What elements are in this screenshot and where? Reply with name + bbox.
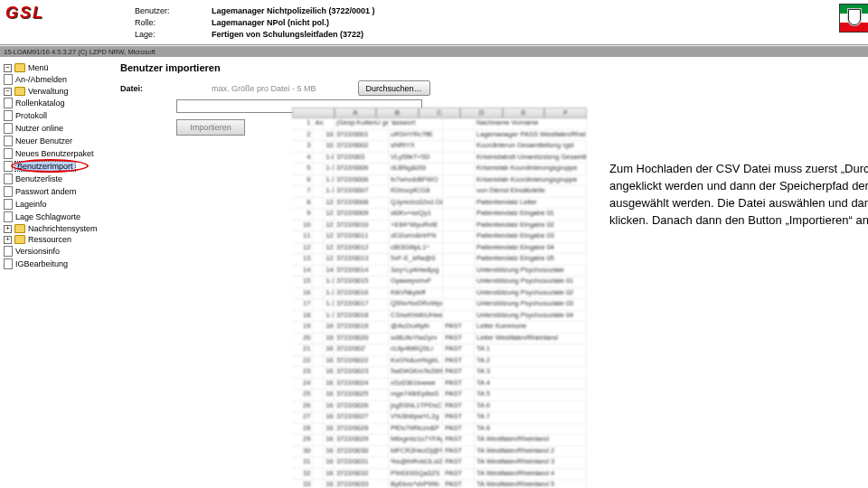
main-content: Benutzer importieren Datei: max. Größe p…	[104, 57, 868, 488]
tree-toggle-icon[interactable]: −	[4, 88, 12, 96]
nav-item-label: Lage Schlagworte	[15, 212, 80, 221]
nav-item-label: Ressourcen	[28, 235, 71, 244]
nav-item-neues-benutzerpaket[interactable]: Neues Benutzerpaket	[4, 147, 101, 160]
sheet-row: 311623722/0031%s@fnRvtdJLsIZPASTTA Westf…	[292, 457, 587, 469]
page-icon	[4, 199, 13, 210]
nav-item-neuer-benutzer[interactable]: Neuer Benutzer	[4, 135, 101, 147]
sheet-row: 131213722/00135xF-E_kRa@0Patientendatz E…	[292, 254, 587, 266]
sheet-row: 161-13722/0016KikVNkyleffUnterstützung P…	[292, 288, 587, 300]
header: GSL Benutzer: Rolle: Lage: Lagemanager N…	[0, 0, 868, 44]
sheet-row: 111213722/0011dO2orrn&HrFNPatientendatz …	[292, 231, 587, 243]
sheet-row: 301623722/0030MFCR2HezDj@%PASTTA Westfal…	[292, 446, 587, 458]
nav-item-igbearbeitung[interactable]: IGBearbeitung	[4, 258, 101, 270]
sheet-row: 171-13722/0017Q5Nv%xDRvWpcUnterstützung …	[292, 299, 587, 311]
nav-item-label: Nutzer online	[15, 124, 63, 133]
nav-item-rollenkatalog[interactable]: Rollenkatalog	[4, 97, 101, 109]
sheet-row: 291623722/0029M6rgmtz1s7YFAyPASTTA Westf…	[292, 435, 587, 446]
sheet-row: 201603722/0020sd8UllvYtw2ymPASTLeiter We…	[292, 333, 587, 345]
nav-item-label: Neuer Benutzer	[15, 136, 72, 145]
value-role: Lagemanager NPol (nicht pol.)	[212, 17, 375, 29]
nav-item-lageinfo[interactable]: Lageinfo	[4, 198, 101, 211]
label-lage: Lage:	[135, 29, 212, 41]
nav-item-label: IGBearbeitung	[15, 259, 68, 268]
nav-item-label: Passwort ändern	[15, 187, 77, 196]
nav-item-versionsinfo[interactable]: Versionsinfo	[4, 245, 101, 258]
sheet-row: 51-13722/0006dLBNg&0StKrisenstab Koordin…	[292, 164, 587, 175]
sheet-row: 31013722/0002sNRtYXKoordinierun Gesamtle…	[292, 141, 587, 153]
version-footer: 15-LOAM91/16 4.5.3.27 (C) LZPD NRW, Micr…	[0, 47, 868, 57]
nav-item-verwaltung[interactable]: −Verwaltung	[4, 86, 101, 97]
sheet-row: 241623722/0024xSz0361lvwwePASTTA 4	[292, 379, 587, 390]
browse-button[interactable]: Durchsuchen…	[358, 80, 430, 96]
folder-icon	[14, 63, 25, 72]
page-icon	[4, 246, 13, 257]
nav-item-ressourcen[interactable]: +Ressourcen	[4, 234, 101, 245]
sheet-row: 211623722/002'cUtp4M6QSLrPASTTA 1	[292, 344, 587, 356]
label-role: Rolle:	[135, 17, 212, 29]
sheet-row: 191603722/0019@Av2ru4tyihPASTLeiter Komm…	[292, 322, 587, 333]
nav-item-label: Nachrichtensystem	[28, 224, 98, 233]
nav-item-passwort-ndern[interactable]: Passwort ändern	[4, 185, 101, 198]
nav-item-label: Neues Benutzerpaket	[15, 149, 94, 158]
page-icon	[4, 211, 13, 222]
sheet-row: 1Axter(Gesp:KoilenU gern:Benutzernam'ass…	[292, 118, 587, 130]
nav-item-benutzerliste[interactable]: Benutzerliste	[4, 173, 101, 185]
nav-item-an-abmelden[interactable]: An-/Abmelden	[4, 73, 101, 86]
nav-item-label: Rollenkatalog	[15, 99, 65, 108]
app-logo: GSL	[5, 4, 49, 23]
page-icon	[4, 136, 13, 146]
nav-item-nachrichtensystem[interactable]: +Nachrichtensystem	[4, 223, 101, 234]
csv-preview-sheet: ABCDEF1Axter(Gesp:KoilenU gern:Benutzern…	[292, 108, 587, 488]
nav-item-label: Menü	[28, 63, 49, 72]
sheet-row: 81203722/0008QJymcbc02xd.GPPatientendatz…	[292, 198, 587, 210]
sheet-row: 41-03722/003VLy59kT+5DKrisenstabslt Umar…	[292, 153, 587, 164]
sheet-row: 281623722/0028PfDs7hRtczn&PPASTTA 8	[292, 424, 587, 436]
highlight-circle-icon	[11, 159, 89, 173]
nav-item-nutzer-online[interactable]: Nutzer online	[4, 122, 101, 135]
sheet-row: 21003722/0001oRSHYRc7lfELagemanager PASS…	[292, 130, 587, 142]
page-icon	[4, 186, 13, 197]
nav-item-label: Versionsinfo	[15, 247, 60, 256]
page-icon	[4, 148, 13, 159]
sheet-row: 71-13722/0007R2riocpfCG8von Dienst Einsä…	[292, 186, 587, 198]
nav-item-label: An-/Abmelden	[15, 75, 67, 84]
page-icon	[4, 258, 13, 269]
nav-item-men-[interactable]: −Menü	[4, 62, 101, 73]
tree-toggle-icon[interactable]: −	[4, 64, 12, 72]
instruction-callout: Zum Hochladen der CSV Datei muss zuerst …	[604, 156, 868, 238]
sheet-row: 101213722/0010+E84^WyuRxtEPatientendatz …	[292, 221, 587, 232]
sheet-row: 141403722/00143zq+LyAHw&pgUnterstützung …	[292, 266, 587, 277]
value-user: Lagemanager Nichtpolizeilich (3722/0001 …	[212, 5, 375, 17]
sheet-row: 91213722/0009st0Kv+ezQy1Patientendatz Ei…	[292, 209, 587, 221]
sheet-row: 271623722/0027V%3Ib6pwYL2gPASTTA 7	[292, 412, 587, 424]
page-icon	[4, 174, 13, 184]
sheet-row: 321623722/0032P9rEE6SQa3ZSPASTTA Westfal…	[292, 469, 587, 481]
sheet-row: 181-13722/0018CSnuKhblbUHweUnterstützung…	[292, 311, 587, 323]
label-user: Benutzer:	[135, 5, 212, 17]
sheet-row: 121213722/0012cBl3G6tpL1^Patientendatz E…	[292, 243, 587, 255]
header-meta: Benutzer: Rolle: Lage: Lagemanager Nicht…	[49, 4, 375, 44]
page-title: Benutzer importieren	[120, 62, 868, 73]
nav-item-label: Verwaltung	[28, 87, 69, 96]
sheet-row: 331623722/0033ByEknc*vbP99bPASTTA Westfa…	[292, 480, 587, 488]
nav-item-label: Protokoll	[15, 111, 47, 120]
tree-toggle-icon[interactable]: +	[4, 236, 12, 244]
datei-label: Datei:	[120, 84, 143, 93]
page-icon	[4, 123, 13, 134]
page-icon	[4, 74, 13, 85]
tree-toggle-icon[interactable]: +	[4, 225, 12, 233]
folder-icon	[14, 235, 25, 244]
nav-item-protokoll[interactable]: Protokoll	[4, 109, 101, 122]
nav-item-label: Lageinfo	[15, 200, 47, 209]
sheet-row: 261623722/0026jsg5SNL1TPDsCPASTTA 6	[292, 401, 587, 413]
nav-item-label: Benutzerliste	[15, 174, 62, 183]
sheet-row: 151-13722/0015OyaweyvmvFUnterstützung Ps…	[292, 277, 587, 288]
page-icon	[4, 98, 13, 108]
sheet-row: 61-13722/0006fx7wrvobBFWOKrisenstab Koor…	[292, 175, 587, 187]
sheet-row: 221623722/0022KxG%&on%gtrLPASTTA 2	[292, 356, 587, 368]
value-lage: Fertigen von Schulungsleitfaden (3722)	[212, 29, 375, 41]
import-button[interactable]: Importieren	[176, 119, 245, 136]
page-icon	[4, 110, 13, 121]
nav-item-lage-schlagworte[interactable]: Lage Schlagworte	[4, 211, 101, 223]
sheet-row: 251623722/0025mge748rEp8wSPASTTA 5	[292, 389, 587, 401]
